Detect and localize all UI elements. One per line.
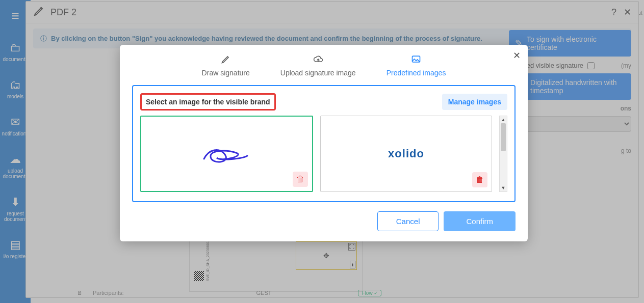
sidebar-item-notifications[interactable]: ✉ notifications — [2, 116, 29, 136]
cut-text: (my — [621, 62, 631, 69]
scroll-thumb[interactable] — [501, 123, 506, 151]
signature-thumbnail-1[interactable]: 🗑 — [140, 116, 313, 192]
tab-upload-signature[interactable]: Upload signature image — [280, 54, 356, 77]
content-header: Select an image for the visible brand Ma… — [140, 93, 507, 111]
tab-label: Draw signature — [202, 69, 250, 77]
cloud-upload-icon — [313, 54, 323, 67]
highlight-box: Select an image for the visible brand — [140, 93, 276, 111]
tab-draw-signature[interactable]: Draw signature — [202, 54, 250, 77]
delete-thumbnail-button[interactable]: 🗑 — [472, 172, 487, 187]
trash-icon: 🗑 — [296, 175, 304, 184]
tab-label: Upload signature image — [280, 69, 356, 77]
tab-predefined-images[interactable]: Predefined images — [387, 54, 446, 77]
placeholder-info-icon[interactable]: i — [350, 261, 355, 268]
thumbnails-scrollbar[interactable]: ▲ ▼ — [499, 116, 507, 192]
move-icon[interactable]: ✥ — [323, 252, 329, 260]
info-text: By clicking on the button "Sign" you ack… — [51, 35, 482, 42]
confirm-button[interactable]: Confirm — [444, 211, 516, 231]
download-icon: ⬇ — [11, 196, 20, 209]
xolido-logo: xolido — [388, 147, 424, 160]
doc-small-icon: 🗎 — [77, 290, 83, 296]
sidebar-item-label: documents — [3, 57, 28, 62]
branded-checkbox[interactable] — [587, 62, 595, 69]
sidebar-item-label: models — [7, 94, 23, 99]
sidebar-item-label: i/o register — [4, 254, 28, 259]
close-panel-icon[interactable]: ✕ — [624, 7, 631, 18]
sidebar-item-label: notifications — [2, 131, 29, 136]
info-icon: ⓘ — [40, 34, 47, 43]
folder-icon: 🗀 — [10, 41, 21, 54]
button-label: To sign with electronic certificate — [527, 35, 625, 51]
delete-thumbnail-button[interactable]: 🗑 — [293, 172, 308, 187]
expand-icon[interactable]: ⛶ — [348, 243, 355, 251]
pencil-icon — [221, 54, 231, 67]
gest-label: GEST — [256, 290, 272, 296]
bottom-info-strip: 🗎 Participants: GEST Flow ✓ — [77, 288, 628, 297]
trash-icon: 🗑 — [476, 175, 484, 184]
card-icon: 🗂 — [10, 78, 21, 92]
signature-image-modal: ✕ Draw signature Upload signature image … — [120, 45, 528, 241]
modal-content: Select an image for the visible brand Ma… — [132, 85, 516, 202]
mail-icon: ✉ — [11, 116, 20, 129]
signature-thumbnail-2[interactable]: xolido 🗑 — [320, 116, 492, 192]
modal-actions: Cancel Confirm — [132, 211, 516, 231]
scroll-down-icon[interactable]: ▼ — [500, 184, 507, 191]
menu-icon[interactable]: ≡ — [11, 8, 19, 24]
close-modal-icon[interactable]: ✕ — [513, 50, 521, 61]
scroll-up-icon[interactable]: ▲ — [500, 116, 507, 123]
signature-placeholder[interactable]: ⛶ ✥ i — [296, 241, 357, 270]
sidebar-item-io[interactable]: ▤ i/o register — [4, 238, 28, 259]
thumbnail-row: 🗑 xolido 🗑 ▲ ▼ — [140, 116, 507, 192]
manage-images-button[interactable]: Manage images — [442, 94, 507, 110]
document-header: PDF 2 ? ✕ — [26, 2, 638, 23]
cancel-button[interactable]: Cancel — [377, 211, 439, 231]
qr-code — [194, 271, 204, 281]
document-title: PDF 2 — [50, 7, 76, 18]
flow-badge[interactable]: Flow ✓ — [358, 290, 381, 296]
upload-icon: ☁ — [10, 153, 21, 166]
help-icon[interactable]: ? — [611, 7, 616, 18]
pen-icon — [33, 5, 45, 20]
select-image-title: Select an image for the visible brand — [146, 98, 270, 106]
sidebar-item-models[interactable]: 🗂 models — [7, 78, 23, 99]
handwritten-signature-icon — [196, 139, 257, 169]
sidebar-item-documents[interactable]: 🗀 documents — [3, 41, 28, 62]
modal-tabs: Draw signature Upload signature image Pr… — [132, 54, 516, 77]
participants-label: Participants: — [93, 290, 124, 296]
image-icon — [411, 54, 421, 67]
button-label: Digitalized handwritten with timestamp — [530, 78, 625, 95]
book-icon: ▤ — [10, 238, 21, 252]
tab-label: Predefined images — [387, 69, 446, 77]
